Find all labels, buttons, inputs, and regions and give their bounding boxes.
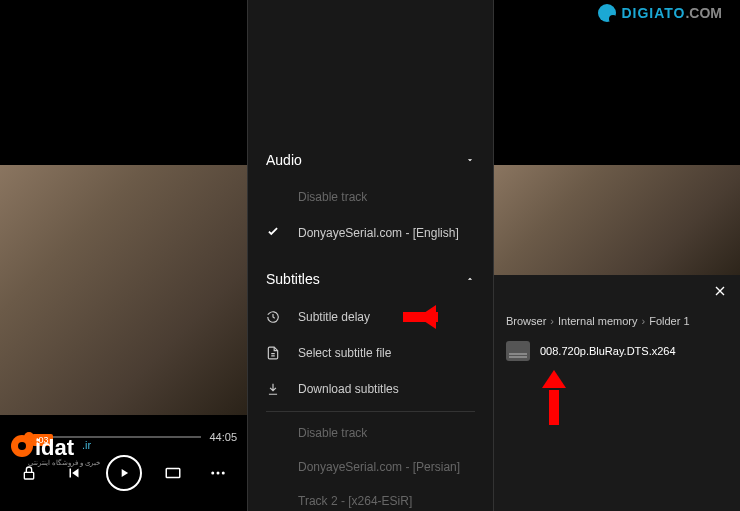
- subtitle-track-2[interactable]: Track 2 - [x264-ESiR]: [248, 484, 493, 511]
- history-icon: [266, 309, 288, 325]
- audio-disable-track[interactable]: Disable track: [248, 180, 493, 214]
- check-icon: [266, 224, 288, 241]
- breadcrumb: Browser › Internal memory › Folder 1: [506, 315, 728, 327]
- annotation-arrow-up: [542, 370, 566, 425]
- svg-text:.ir: .ir: [82, 439, 92, 451]
- audio-header[interactable]: Audio: [248, 140, 493, 180]
- options-menu: Audio Disable track DonyayeSerial.com - …: [247, 0, 494, 511]
- breadcrumb-internal[interactable]: Internal memory: [558, 315, 637, 327]
- play-button[interactable]: [106, 455, 142, 491]
- divider: [266, 411, 475, 412]
- svg-rect-4: [24, 472, 33, 479]
- audio-label: Audio: [266, 152, 302, 168]
- svg-text:مجله خبری و فروشگاه اینترنتی: مجله خبری و فروشگاه اینترنتی: [28, 458, 100, 467]
- chevron-up-icon: [465, 271, 475, 287]
- svg-point-8: [222, 472, 225, 475]
- gidat-text: idat: [35, 435, 75, 460]
- subtitle-file-item[interactable]: 008.720p.BluRay.DTS.x264: [506, 341, 728, 361]
- more-icon[interactable]: [204, 459, 232, 487]
- subtitle-delay[interactable]: Subtitle delay: [248, 299, 493, 335]
- gidat-watermark: idat .ir مجله خبری و فروشگاه اینترنتی: [10, 431, 100, 473]
- video-frame-left: [0, 165, 247, 415]
- subtitles-header[interactable]: Subtitles: [248, 259, 493, 299]
- video-frame-right: [494, 165, 740, 285]
- chevron-down-icon: [465, 152, 475, 168]
- svg-rect-5: [166, 469, 180, 478]
- close-icon[interactable]: [712, 283, 728, 304]
- chevron-right-icon: ›: [550, 315, 554, 327]
- subtitle-file-icon: [506, 341, 530, 361]
- player-panel: idat .ir مجله خبری و فروشگاه اینترنتی :0…: [0, 0, 247, 511]
- subtitle-track-persian[interactable]: DonyayeSerial.com - [Persian]: [248, 450, 493, 484]
- subtitle-disable-track[interactable]: Disable track: [248, 416, 493, 450]
- download-subtitles[interactable]: Download subtitles: [248, 371, 493, 407]
- svg-point-1: [18, 442, 26, 450]
- chevron-right-icon: ›: [642, 315, 646, 327]
- digiato-watermark: DIGIATO.COM: [598, 4, 722, 22]
- breadcrumb-browser[interactable]: Browser: [506, 315, 546, 327]
- file-icon: [266, 345, 288, 361]
- select-subtitle-file[interactable]: Select subtitle file: [248, 335, 493, 371]
- annotation-arrow-left: [385, 305, 440, 329]
- aspect-icon[interactable]: [159, 459, 187, 487]
- svg-point-7: [217, 472, 220, 475]
- digiato-logo-icon: [598, 4, 616, 22]
- breadcrumb-folder[interactable]: Folder 1: [649, 315, 689, 327]
- subtitles-label: Subtitles: [266, 271, 320, 287]
- file-browser: Browser › Internal memory › Folder 1 008…: [494, 275, 740, 511]
- svg-point-6: [211, 472, 214, 475]
- audio-track-english[interactable]: DonyayeSerial.com - [English]: [248, 214, 493, 251]
- file-name: 008.720p.BluRay.DTS.x264: [540, 345, 676, 357]
- browser-panel-container: DIGIATO.COM Browser › Internal memory › …: [494, 0, 740, 511]
- total-time: 44:05: [209, 431, 237, 443]
- download-icon: [266, 381, 288, 397]
